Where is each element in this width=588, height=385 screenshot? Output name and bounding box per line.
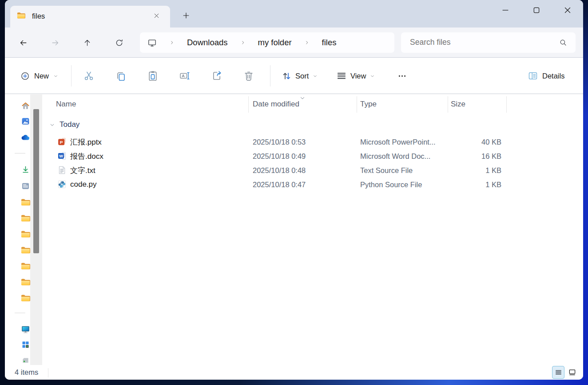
group-collapse-icon[interactable] [49,122,55,128]
breadcrumb-item-downloads[interactable]: Downloads [187,38,228,47]
sidebar-separator [15,153,25,153]
file-name[interactable]: code.py [70,177,97,192]
sidebar-separator [15,313,25,313]
toolbar-separator [270,65,270,86]
documents-icon[interactable] [21,181,30,191]
folder-icon[interactable] [21,245,30,255]
group-label: Today [60,120,79,129]
breadcrumb-item-files[interactable]: files [322,38,337,47]
folder-icon[interactable] [21,261,30,271]
column-header-date[interactable]: Date modified [253,100,299,109]
sidebar-scrollbar[interactable] [30,94,42,365]
file-row[interactable]: 文字.txt 2025/10/18 0:48 Text Source File … [42,163,583,177]
gallery-icon[interactable] [21,117,30,126]
file-date: 2025/10/18 0:53 [253,135,306,149]
refresh-button[interactable] [111,35,127,50]
paste-button[interactable] [144,67,162,85]
more-options-button[interactable] [393,67,411,85]
tab-files[interactable]: files [10,6,170,28]
paste-icon [147,70,159,82]
search-icon[interactable] [559,39,567,47]
chevron-down-icon [53,74,58,79]
minimize-button[interactable] [490,0,521,20]
file-date: 2025/10/18 0:47 [253,177,306,192]
share-button[interactable] [208,67,226,85]
folder-icon [17,11,25,20]
column-header-size[interactable]: Size [451,100,465,109]
breadcrumb-chevron-icon [169,40,175,45]
up-button[interactable] [79,35,95,50]
tab-close-button[interactable] [150,9,163,22]
file-type: Microsoft PowerPoint... [360,135,436,149]
sort-button[interactable]: Sort [281,67,318,85]
search-input[interactable] [410,32,556,52]
file-explorer-window: files Downloads my folder files [5,0,583,380]
column-separator[interactable] [506,96,507,113]
file-row[interactable]: 汇报.pptx 2025/10/18 0:53 Microsoft PowerP… [42,135,583,149]
tab-bar: files [5,0,583,28]
details-button[interactable]: Details [528,67,564,85]
network-icon[interactable] [21,340,30,350]
file-name[interactable]: 报告.docx [70,149,103,163]
group-header-today[interactable]: Today [42,118,583,132]
file-row[interactable]: code.py 2025/10/18 0:47 Python Source Fi… [42,177,583,192]
this-pc-icon[interactable] [147,38,157,47]
new-tab-button[interactable] [180,9,192,22]
powerpoint-file-icon [58,138,66,146]
folder-icon[interactable] [21,293,30,302]
ellipsis-icon [397,71,407,81]
close-button[interactable] [552,0,583,20]
maximize-button[interactable] [521,0,552,20]
file-row[interactable]: 报告.docx 2025/10/18 0:49 Microsoft Word D… [42,149,583,163]
cut-button[interactable] [80,67,98,85]
rename-icon [179,70,191,82]
file-date: 2025/10/18 0:49 [253,149,306,163]
column-header-type[interactable]: Type [360,100,377,109]
list-view-icon [555,369,562,376]
status-separator [48,368,48,377]
file-size: 1 KB [451,163,501,177]
downloads-icon[interactable] [21,165,30,174]
view-button[interactable]: View [336,67,375,85]
copy-icon [115,70,127,82]
navigation-pane [5,94,42,366]
file-type: Microsoft Word Doc... [360,149,430,163]
folder-icon[interactable] [21,277,30,287]
this-pc-icon[interactable] [21,325,30,334]
sidebar-scrollbar-thumb[interactable] [33,109,39,253]
device-icon[interactable] [21,356,30,365]
file-name[interactable]: 汇报.pptx [70,135,102,149]
onedrive-icon[interactable] [21,133,30,142]
window-controls [490,0,583,20]
column-separator[interactable] [248,96,249,113]
rename-button[interactable] [176,67,194,85]
folder-icon[interactable] [21,229,30,239]
new-button[interactable]: New [18,67,70,85]
back-button[interactable] [16,35,31,50]
delete-button[interactable] [240,67,258,85]
cut-icon [83,70,95,82]
home-icon[interactable] [21,101,30,110]
column-header-name[interactable]: Name [56,100,76,109]
command-toolbar: New Sort View Details [5,58,583,94]
navigation-bar: Downloads my folder files [5,28,583,58]
folder-icon[interactable] [21,213,30,223]
folder-icon[interactable] [21,197,30,207]
sort-icon [281,71,292,82]
forward-button[interactable] [48,35,63,50]
copy-button[interactable] [112,67,130,85]
file-type: Text Source File [360,163,413,177]
view-button-label: View [350,72,366,80]
large-icons-view-toggle[interactable] [566,366,578,379]
details-view-toggle[interactable] [552,366,564,379]
chevron-down-icon [313,74,318,79]
column-separator[interactable] [357,96,357,113]
file-name[interactable]: 文字.txt [70,163,95,177]
view-icon [336,71,347,81]
word-file-icon [58,152,66,160]
breadcrumb-item-my-folder[interactable]: my folder [258,38,292,47]
file-list: Name Date modified Type Size Today 汇报.pp… [42,94,583,366]
column-separator[interactable] [448,96,448,113]
delete-icon [243,70,254,82]
items-count: 4 items [15,368,38,377]
